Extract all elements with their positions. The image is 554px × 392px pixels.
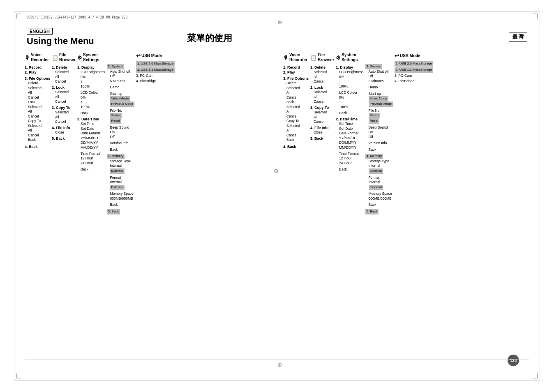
rusb-4-pict: 4. PictBridge [395,79,433,83]
rss-time-format: Time Format [339,152,364,156]
rvr-delete: Delete [286,81,309,85]
rfb-close: Close [314,130,334,135]
vr-copyto: Copy To [28,119,50,123]
corner-br [533,374,538,378]
rfb-all1: All [314,75,334,79]
ss-set-time: Set Time [81,122,105,126]
usb-icon-right: ↩ [395,53,399,59]
ss-startup: Start-up [110,92,134,96]
rvr-selected3: Selected [286,124,309,128]
rss-back3: Back [369,148,393,152]
rvr-label2: Recorder [289,58,307,62]
rss-100pct2: 100% [339,105,364,109]
ss-0pct: 0% [81,75,105,79]
right-voice-header: 🎙 Voice Recorder [283,53,309,62]
usb-4-pict: 4. PictBridge [136,79,175,83]
rvr-label1: Voice [289,53,307,58]
fb-all1: All [55,75,76,79]
rvr-all3: All [286,128,309,133]
ss-lcd-colour: LCD Colour [81,90,105,95]
rss-24hour: 24 Hour [339,161,364,166]
left-system-header: ⚙ System Settings [77,53,105,62]
fb-selected3: Selected [55,110,76,115]
fb-5-back: 5. Back [52,136,76,141]
rss-series: Series [369,113,393,118]
vr-cancel3: Cancel [28,133,50,138]
usb-icon-left: ↩ [136,53,141,59]
ss-5min: 5 Minutes [110,79,134,83]
english-label: ENGLISH [27,28,53,35]
system-label-left-1: System [83,53,99,58]
fb-close: Close [55,130,76,135]
vr-cancel1: Cancel [28,95,50,100]
ss-4-memory: 4. Memory [107,154,134,159]
right-file-header: 📋 File Browser [310,53,334,62]
left-usb-header: ↩ USB Mode [136,53,175,59]
ss-demo: Demo [110,85,134,90]
system-label-left-2: Settings [83,58,99,62]
ss-000mb: 000MB/000MB [110,196,134,201]
rvr-copyto: Copy To [286,119,309,123]
vr-1-record: 1. Record [25,65,50,70]
ss-back4: Back [110,203,134,207]
usb-3-pccam: 3. PC-Cam [136,74,175,78]
rvr-4-back: 4. Back [283,144,309,149]
fb-4-fileinfo: 4. File Info [52,125,76,130]
crosshair-bottom: ⊕ [277,362,282,368]
rss-auto-shutoff: Auto Shut off [369,69,393,74]
rfb-1-delete: 1. Delete [310,65,334,70]
left-system-col2: 3. System Auto Shut off Off 5 Minutes De… [107,53,134,214]
rfb-4-fileinfo: 4. File Info [310,125,334,130]
voice-icon: 🎙 [25,55,30,61]
rss-reset: Reset [369,118,393,124]
rvr-1-record: 1. Record [283,65,309,70]
system-icon-left: ⚙ [77,55,82,61]
ss-lcd-bright: LCD Brightness [81,70,105,74]
ss-series: Series [110,113,134,118]
ss-yy-mm-dd: YY/MM/DD [81,136,105,141]
rss-video-mode: Video Mode [369,96,393,101]
ss-set-date: Set Date [81,127,105,131]
ss-memory-space: Memory Space [110,191,134,196]
rvr-back1: Back [286,138,309,142]
fb-cancel1: Cancel [55,79,76,84]
rss-back2: Back [339,167,364,172]
ss-arrow: ↕ [81,79,105,84]
rvr-cancel1: Cancel [286,95,309,100]
ss-12hour: 12 Hour [81,156,105,161]
fb-2-lock: 2. Lock [52,85,76,90]
rss-0pct2: 0% [339,95,364,100]
file-label-line1: File [59,53,76,58]
rss-1-display: 1. Display [336,65,364,70]
ss-storage-type: Storage Type [110,159,134,164]
ss-0pct2: 0% [81,95,105,100]
ss-date-format: Date Format [81,131,105,136]
rfb-cancel2: Cancel [314,99,334,104]
corner-bl [16,374,21,378]
rss-internal: Internal [369,164,393,168]
ss-off: Off [110,74,134,78]
rss-beep-sound: Beep Sound [369,125,393,130]
rss-yy-mm-dd: YY/MM/DD [339,136,364,141]
ss-5-back: 5. Back [107,209,134,214]
fb-all3: All [55,115,76,120]
corner-tl [16,14,21,18]
rss-set-time: Set Time [339,122,364,126]
vr-all2: All [28,109,50,114]
rss-on: On [369,130,393,134]
rvr-all2: All [286,109,309,114]
voice-label-line1: Voice [31,53,49,58]
rfb-2-lock: 2. Lock [310,85,334,90]
rss-prev-mode: Previous Mode [369,101,393,107]
ss-24hour: 24 Hour [81,161,105,166]
rvr-selected2: Selected [286,105,309,109]
right-system-col1: ⚙ System Settings 1. Display LCD Brightn… [336,53,364,214]
fb-all2: All [55,95,76,99]
rss-arrow: ↕ [339,79,364,84]
usb-2-mass: 2. USB 1.1 MassStorage [136,67,175,73]
fb-cancel3: Cancel [55,120,76,124]
rfb-cancel3: Cancel [314,120,334,124]
usb-label-left: USB Mode [141,53,162,58]
rfb-label1: File [318,53,334,58]
rusb-label: USB Mode [400,53,420,58]
